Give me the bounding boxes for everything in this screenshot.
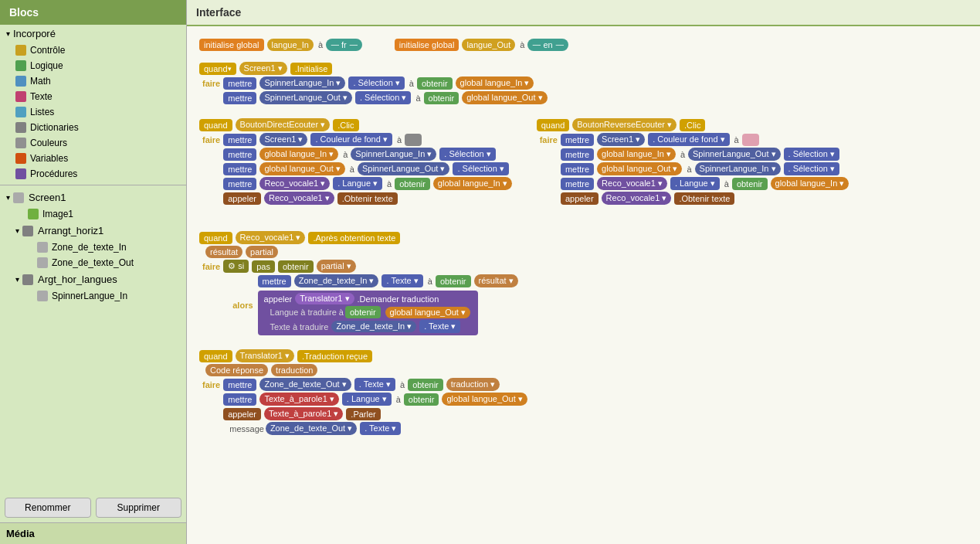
mettre4: mettre — [223, 148, 256, 161]
dot-sel4: . Sélection ▾ — [453, 162, 508, 175]
param-resultat: résultat — [205, 246, 242, 258]
obtenir5: obtenir — [278, 260, 314, 273]
param-traduction: traduction — [271, 364, 317, 376]
sidebar-item-math[interactable]: Math — [0, 73, 186, 89]
a2: à — [414, 94, 422, 103]
bouton-reverse-ref: BoutonReverseEcouter ▾ — [572, 118, 677, 131]
bouton-direct-ref: BoutonDirectEcouter ▾ — [236, 118, 331, 131]
sidebar-footer: Renommer Supprimer — [0, 493, 186, 522]
sidebar-category-incorpore[interactable]: ▾ Incorporé — [0, 25, 186, 42]
sidebar-image1[interactable]: Image1 — [0, 206, 186, 222]
collapse-argt-hor-icon[interactable]: ▾ — [15, 275, 19, 284]
reco-ref1: Reco_vocale1 ▾ — [236, 231, 306, 244]
listes-label: Listes — [30, 107, 54, 117]
sidebar-arrangt-horiz1[interactable]: ▾ Arrangt_horiz1 — [0, 222, 186, 240]
canvas-area[interactable]: initialise global langue_In à ⸻ fr ⸻ ini… — [187, 26, 980, 544]
langue-out-var: langue_Out — [462, 39, 515, 51]
logique-label: Logique — [30, 60, 63, 71]
sidebar-item-controle[interactable]: Contrôle — [0, 42, 186, 58]
collapse-arrangt-icon[interactable]: ▾ — [15, 226, 19, 235]
parler-label: .Parler — [346, 408, 380, 420]
faire-label1: faire — [199, 76, 223, 104]
a4: à — [341, 150, 349, 159]
texte-parole-ref1: Texte_à_parole1 ▾ — [259, 393, 338, 406]
zone-in-ref2: Zone_de_texte_In ▾ — [331, 321, 416, 332]
dot-langue2: . Langue ▾ — [670, 177, 720, 190]
fr-value: ⸻ fr ⸻ — [326, 39, 362, 51]
global-langue-out-2: global langue_Out ▾ — [259, 162, 344, 175]
reco-vocale-ref1: Reco_vocale1 ▾ — [259, 177, 330, 190]
mettre12: mettre — [223, 379, 256, 391]
sidebar-item-logique[interactable]: Logique — [0, 58, 186, 73]
mettre5: mettre — [223, 163, 256, 175]
sidebar-spinner-in[interactable]: SpinnerLangue_In — [0, 288, 186, 304]
global-langue-in-4: global langue_In ▾ — [597, 148, 676, 161]
sidebar-screen1[interactable]: ▾ Screen1 — [0, 189, 186, 206]
block-bouton-direct: quand BoutonDirectEcouter ▾ .Clic faire … — [199, 118, 514, 205]
sidebar-argt-hor[interactable]: ▾ Argt_hor_langues — [0, 270, 186, 288]
sidebar-header: Blocs — [0, 0, 186, 25]
main-header: Interface — [187, 0, 980, 26]
dict-icon — [15, 122, 26, 133]
when-screen1: quand — [199, 63, 236, 75]
a12: à — [398, 380, 406, 389]
sidebar-item-procedures[interactable]: Procédures — [0, 166, 186, 182]
global-langue-out-1: global langue_Out ▾ — [462, 91, 547, 104]
when-direct: quand — [199, 119, 232, 131]
sidebar-item-texte[interactable]: Texte — [0, 89, 186, 104]
alors-label: alors — [229, 299, 256, 311]
dot-langue1: . Langue ▾ — [333, 177, 382, 190]
zone-out-label: Zone_de_texte_Out — [52, 257, 134, 268]
obtenir-texte2: .Obtenir texte — [674, 192, 734, 205]
sidebar-zone-in[interactable]: Zone_de_texte_In — [0, 240, 186, 255]
demander-trad: .Demander traduction — [358, 294, 439, 304]
obtenir6: obtenir — [436, 275, 471, 287]
global-langue-out-4: global langue_Out ▾ — [385, 307, 470, 318]
procedures-icon — [15, 168, 26, 179]
sidebar-item-dictionaries[interactable]: Dictionaries — [0, 120, 186, 135]
controle-icon — [15, 45, 26, 56]
block-init-langue-out: initialise global langue_Out à ⸻ en ⸻ — [395, 39, 570, 51]
color-swatch1 — [405, 134, 422, 146]
clic-reverse: .Clic — [680, 119, 705, 131]
mettre10: mettre — [561, 178, 594, 190]
rename-button[interactable]: Renommer — [5, 498, 91, 518]
sidebar-item-variables[interactable]: Variables — [0, 151, 186, 166]
collapse-incorpore-icon[interactable]: ▾ — [6, 29, 10, 38]
delete-button[interactable]: Supprimer — [96, 498, 182, 518]
collapse-screen1-icon[interactable]: ▾ — [6, 193, 10, 202]
sidebar-item-listes[interactable]: Listes — [0, 104, 186, 120]
en-value: ⸻ en ⸻ — [527, 39, 568, 51]
spinner-out-ref1: SpinnerLangue_Out ▾ — [259, 91, 352, 104]
sidebar-zone-out[interactable]: Zone_de_texte_Out — [0, 255, 186, 270]
a1: à — [408, 79, 415, 88]
math-icon — [15, 76, 26, 87]
logique-icon — [15, 60, 26, 71]
zone-out-ref1: Zone_de_texte_Out ▾ — [259, 378, 351, 391]
mettre13: mettre — [223, 393, 256, 406]
couleur-fond2: . Couleur de fond ▾ — [648, 133, 729, 146]
sidebar-item-couleurs[interactable]: Couleurs — [0, 135, 186, 151]
texte-label: Texte — [30, 91, 53, 102]
faire-label3: faire — [537, 133, 561, 205]
initialise-label: .Initialise — [290, 63, 333, 75]
dot-sel5: . Sélection ▾ — [784, 148, 839, 161]
variables-label: Variables — [30, 153, 68, 164]
block-translator: quand Translator1 ▾ .Traduction reçue Co… — [199, 349, 968, 435]
zone-out-ref2: Zone_de_texte_Out ▾ — [266, 422, 357, 435]
appeler4: appeler — [223, 408, 261, 420]
a11: à — [426, 277, 434, 286]
when-translator: quand — [199, 350, 232, 362]
langue-traduire-label: Langue à traduire à — [270, 308, 344, 317]
dot-sel2: . Sélection ▾ — [355, 91, 411, 104]
resultat-ref: résultat ▾ — [474, 274, 518, 287]
a5: à — [348, 165, 356, 174]
when-reco: quand — [199, 232, 232, 244]
spinner-out-ref3: SpinnerLangue_Out ▾ — [688, 148, 781, 161]
langue-in-var: langue_In — [267, 39, 314, 51]
obtenir2: obtenir — [424, 92, 459, 104]
faire-label2: faire — [199, 133, 223, 205]
when-reverse: quand — [537, 119, 570, 131]
zone-out-icon — [37, 257, 48, 268]
procedures-label: Procédures — [30, 168, 77, 179]
